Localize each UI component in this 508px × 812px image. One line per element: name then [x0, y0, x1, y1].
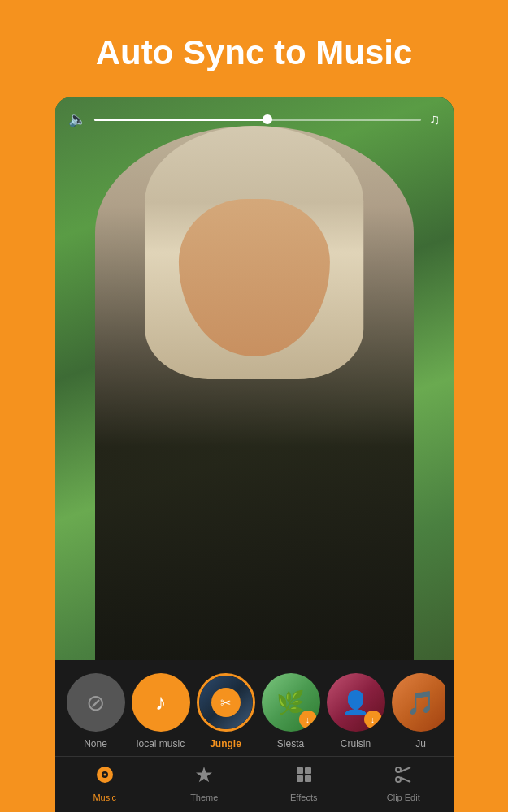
- music-thumb-siesta: 🌿 ↓: [262, 673, 320, 732]
- music-thumb-jungle: ✂: [197, 673, 255, 732]
- effects-nav-label: Effects: [290, 793, 317, 802]
- music-item-jungle[interactable]: ✂ Jungle: [197, 673, 255, 749]
- nav-item-music[interactable]: Music: [55, 757, 155, 812]
- video-background: [55, 97, 454, 660]
- music-thumb-local: ♪: [132, 673, 190, 732]
- music-label-ju: Ju: [415, 738, 426, 749]
- progress-thumb: [263, 114, 272, 124]
- theme-nav-icon: [194, 765, 214, 789]
- theme-icon-svg: [194, 765, 214, 784]
- nav-item-effects[interactable]: Effects: [254, 757, 354, 812]
- svg-line-9: [401, 767, 411, 772]
- clip-edit-nav-label: Clip Edit: [387, 793, 420, 802]
- scissors-icon-svg: [393, 765, 413, 784]
- music-thumb-none: ⊘: [67, 673, 125, 732]
- theme-nav-label: Theme: [190, 793, 218, 802]
- none-icon: ⊘: [86, 689, 105, 716]
- jungle-scissors-icon: ✂: [211, 688, 241, 717]
- progress-track[interactable]: [94, 119, 422, 121]
- music-note-icon[interactable]: ♫: [429, 111, 441, 128]
- video-area: 🔈 ♫: [55, 97, 454, 660]
- music-thumb-cruisin: 👤 ↓: [327, 673, 385, 732]
- siesta-landscape-icon: 🌿: [276, 689, 305, 716]
- bottom-nav: Music Theme Effects: [55, 756, 454, 812]
- music-item-siesta[interactable]: 🌿 ↓ Siesta: [262, 673, 320, 749]
- svg-point-8: [396, 777, 401, 782]
- nav-item-theme[interactable]: Theme: [154, 757, 254, 812]
- music-thumb-ju: 🎵: [392, 673, 445, 732]
- effects-icon-svg: [294, 765, 314, 784]
- music-label-none: None: [84, 738, 107, 749]
- music-label-cruisin: Cruisin: [341, 738, 371, 749]
- cruisin-image-icon: 👤: [341, 689, 370, 716]
- jungle-inner: ✂: [199, 676, 253, 729]
- music-panel: ⊘ None ♪ local music ✂ Jungle: [55, 660, 454, 756]
- page-title: Auto Sync to Music: [96, 32, 413, 73]
- svg-rect-6: [305, 775, 311, 782]
- music-item-cruisin[interactable]: 👤 ↓ Cruisin: [327, 673, 385, 749]
- music-nav-label: Music: [93, 793, 116, 802]
- music-list: ⊘ None ♪ local music ✂ Jungle: [63, 673, 445, 749]
- controls-bar: 🔈 ♫: [55, 110, 454, 128]
- download-icon-siesta: ↓: [299, 710, 317, 728]
- effects-nav-icon: [294, 765, 314, 789]
- music-nav-icon: [95, 765, 115, 789]
- phone-container: 🔈 ♫ ⊘ None ♪ local music: [55, 97, 454, 812]
- svg-point-7: [396, 767, 401, 772]
- music-label-jungle: Jungle: [210, 738, 241, 749]
- nav-item-clip-edit[interactable]: Clip Edit: [354, 757, 454, 812]
- music-item-ju[interactable]: 🎵 Ju: [392, 673, 445, 749]
- music-icon-svg: [95, 765, 115, 784]
- ju-icon: 🎵: [406, 689, 435, 716]
- progress-fill: [94, 119, 267, 121]
- music-item-local[interactable]: ♪ local music: [132, 673, 190, 749]
- header-area: Auto Sync to Music: [0, 0, 508, 97]
- music-label-siesta: Siesta: [277, 738, 304, 749]
- music-item-none[interactable]: ⊘ None: [67, 673, 125, 749]
- download-icon-cruisin: ↓: [364, 710, 382, 728]
- svg-rect-3: [297, 767, 303, 774]
- volume-icon[interactable]: 🔈: [68, 110, 86, 128]
- svg-rect-5: [297, 775, 303, 782]
- svg-line-10: [401, 778, 411, 783]
- svg-rect-4: [305, 767, 311, 774]
- local-music-icon: ♪: [155, 689, 167, 715]
- svg-point-2: [103, 774, 106, 776]
- clip-edit-nav-icon: [393, 765, 413, 789]
- music-label-local: local music: [137, 738, 185, 749]
